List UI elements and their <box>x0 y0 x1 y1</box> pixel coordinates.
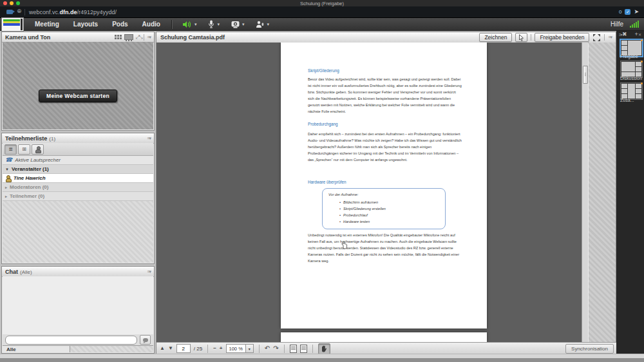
chat-tab-alle[interactable]: Alle <box>3 345 70 352</box>
zoom-in-button[interactable]: + <box>220 346 223 351</box>
doc-paragraph: Bevor das Video aufgezeichnet wird, soll… <box>308 76 462 115</box>
attendee-status-view-button[interactable] <box>32 144 44 155</box>
checklist-title: Vor der Aufnahme: <box>328 193 359 196</box>
fit-page-button[interactable] <box>300 345 307 353</box>
filmstrip-view-icon[interactable] <box>124 34 133 40</box>
zoom-out-button[interactable]: − <box>213 346 216 351</box>
checklist-item: Hardware testen <box>339 218 386 225</box>
hand-tool-icon <box>321 345 327 352</box>
undo-button[interactable]: ↶ <box>265 345 270 352</box>
layout-thumb-diskussion[interactable] <box>620 61 643 78</box>
divider <box>312 345 313 353</box>
microphone-icon <box>208 20 214 28</box>
url-text[interactable]: webconf.vc.dfn.de/r4912py4yydd/ <box>29 9 117 15</box>
attendee-list-view-button[interactable]: ≣ <box>5 144 17 155</box>
moderators-group-row[interactable]: ▸ Moderatoren (0) <box>3 183 153 192</box>
doc-paragraph: Unbedingt notwendig ist ein externes Mik… <box>308 232 462 264</box>
zoom-dropdown-icon[interactable]: ▾ <box>245 345 253 352</box>
window-bottom-edge <box>0 354 644 358</box>
expand-icon[interactable]: ▸ <box>5 194 7 198</box>
app-camera-icon <box>6 10 13 14</box>
share-pod-header: Schulung Camtasia.pdf Zeichnen Freigabe … <box>156 32 616 43</box>
synchronize-button[interactable]: Synchronisation <box>565 344 614 354</box>
menu-pods[interactable]: Pods <box>105 21 135 28</box>
page-number-input[interactable] <box>176 344 191 353</box>
webcam-button[interactable]: ▾ <box>229 19 247 30</box>
fullscreen-icon[interactable]: ⤢⤡ <box>136 34 142 41</box>
divider <box>259 345 260 353</box>
camera-preview-area: Meine Webcam starten <box>3 42 153 129</box>
draw-button[interactable]: Zeichnen <box>479 33 512 42</box>
menu-meeting[interactable]: Meeting <box>28 21 66 28</box>
hosts-group-row[interactable]: ▼ Veranstalter (1) <box>3 165 153 174</box>
collapse-icon[interactable]: ▼ <box>5 167 9 171</box>
stop-sharing-button[interactable]: Freigabe beenden <box>535 33 589 42</box>
divider <box>531 34 531 41</box>
grid-view-icon[interactable] <box>115 35 122 39</box>
webcam-dropdown-icon[interactable]: ▾ <box>242 22 245 27</box>
share-pod: Schulung Camtasia.pdf Zeichnen Freigabe … <box>156 32 616 354</box>
menu-layouts[interactable]: Layouts <box>66 21 105 28</box>
moderators-group-label: Moderatoren (0) <box>10 184 48 190</box>
pan-tool-button[interactable] <box>318 343 330 354</box>
start-webcam-button[interactable]: Meine Webcam starten <box>39 90 117 102</box>
layout-bar-menu-icon[interactable]: ≡▾ <box>619 32 622 37</box>
raise-hand-button[interactable]: ▾ <box>254 19 271 30</box>
cursor-share-icon[interactable]: ➤ <box>634 8 639 15</box>
microphone-button[interactable]: ▾ <box>206 19 222 30</box>
hand-cursor-icon <box>341 241 348 249</box>
speaker-button[interactable]: ▾ <box>180 19 199 30</box>
layout-thumb-zusammenarbeit[interactable] <box>620 82 643 100</box>
address-bar: ⊕ webconf.vc.dfn.de/r4912py4yydd/ 0 ✓ ➤ <box>0 6 644 18</box>
microphone-dropdown-icon[interactable]: ▾ <box>217 22 220 27</box>
checklist: Bildschirm aufräumen Skript/Gliederung e… <box>339 199 386 225</box>
attendees-pod-menu-icon[interactable]: ≡▾ <box>147 136 151 141</box>
pointer-icon <box>518 34 524 41</box>
previous-page-button[interactable]: ▲ <box>160 346 165 351</box>
menu-bar: Meeting Layouts Pods Audio ▾ ▾ ▾ ▾ Hilfe <box>0 18 644 31</box>
menu-audio[interactable]: Audio <box>135 21 167 28</box>
layout-bar-close-icon[interactable]: ✕ <box>638 32 641 37</box>
chat-pod-menu-icon[interactable]: ≡▾ <box>147 269 151 274</box>
app-window: Schulung (Freigabe) ⊕ webconf.vc.dfn.de/… <box>0 0 644 362</box>
speaker-dropdown-icon[interactable]: ▾ <box>194 22 197 27</box>
pointer-tool-button[interactable] <box>515 33 527 42</box>
document-toolbar: ▲ ▼ / 25 − + 100 % ▾ ↶ ↷ Synchronisation <box>156 342 617 354</box>
attendee-row[interactable]: Tine Hawrich <box>3 174 153 183</box>
connection-signal-icon[interactable] <box>630 21 639 28</box>
speaker-icon <box>182 21 192 28</box>
participants-group-row[interactable]: ▸ Teilnehmer (0) <box>3 192 153 201</box>
adobe-connect-logo <box>1 17 24 32</box>
zoom-level-select[interactable]: 100 % ▾ <box>226 344 254 353</box>
chat-pod-title: Chat(Alle) <box>5 269 32 275</box>
shield-icon[interactable]: ✓ <box>625 9 630 15</box>
divider <box>604 34 605 41</box>
raise-hand-dropdown-icon[interactable]: ▾ <box>267 22 269 27</box>
next-page-button[interactable]: ▼ <box>168 346 173 351</box>
document-scrollbar[interactable] <box>582 43 588 342</box>
doc-heading: Probedurchgang <box>308 122 338 126</box>
divider <box>284 345 285 353</box>
camera-pod-menu-icon[interactable]: ≡▾ <box>147 35 151 40</box>
webcam-icon <box>231 21 240 28</box>
fit-width-button[interactable] <box>290 345 297 353</box>
doc-heading: Hardware überprüfen <box>308 180 346 184</box>
send-chat-button[interactable] <box>140 335 151 345</box>
layout-label: Freigabe <box>616 54 644 59</box>
share-pod-menu-icon[interactable]: ≡▾ <box>608 35 612 40</box>
document-viewport[interactable]: Skript/Gliederung Bevor das Video aufgez… <box>156 43 582 342</box>
camera-pod: Kamera und Ton ⤢⤡ ≡▾ Meine Webcam starte… <box>1 32 155 131</box>
chat-tab-bar: Alle <box>3 345 153 352</box>
breakout-view-button[interactable]: ⊞ <box>18 144 30 155</box>
help-menu[interactable]: Hilfe <box>611 21 623 28</box>
divider <box>207 345 208 353</box>
expand-icon[interactable]: ▸ <box>5 185 7 189</box>
chat-input[interactable] <box>5 336 137 345</box>
divider <box>144 34 144 41</box>
redo-button[interactable]: ↷ <box>273 345 278 352</box>
scrollbar-thumb[interactable] <box>583 66 588 84</box>
divider <box>171 20 173 29</box>
fullscreen-icon[interactable] <box>592 33 601 42</box>
chat-bubble-icon <box>143 338 148 342</box>
attendees-count: (1) <box>49 136 55 142</box>
